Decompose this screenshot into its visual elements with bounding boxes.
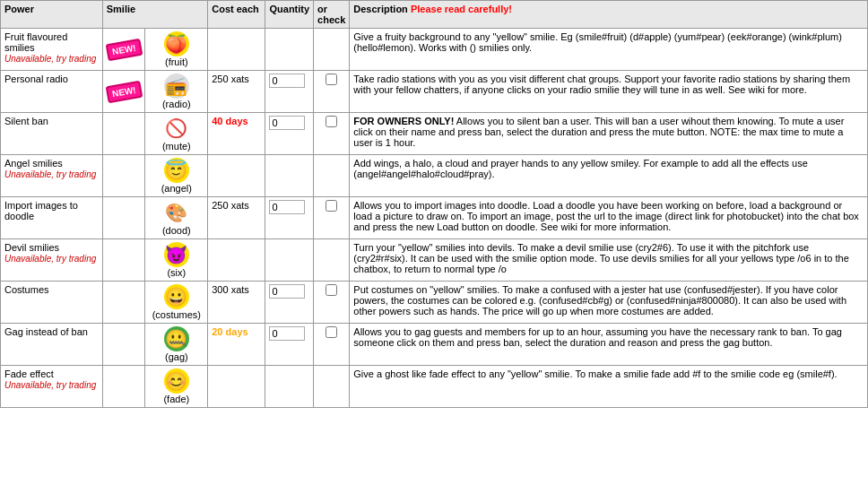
power-cell: Costumes	[1, 282, 103, 324]
desc-bold: FOR OWNERS ONLY!	[353, 116, 454, 126]
table-row: Fruit flavoured smiliesUnavailable, try …	[1, 29, 868, 71]
table-row: Devil smiliesUnavailable, try trading 😈 …	[1, 239, 868, 282]
power-name: Angel smilies	[4, 158, 63, 169]
table-row: Gag instead of ban 🤐 (gag) 20 daysAllows…	[1, 324, 868, 366]
smilie-label: (radio)	[162, 99, 191, 109]
desc-warning: Please read carefully!	[411, 4, 512, 14]
qty-cell	[265, 155, 314, 197]
smilie-icon: 🍑	[164, 31, 189, 56]
check-input[interactable]	[326, 74, 337, 85]
cost-cell	[208, 239, 265, 282]
cost-value: 250 xats	[212, 200, 249, 211]
desc-text: Allows you to import images into doodle.…	[353, 200, 859, 232]
badge-cell: NEW!	[102, 71, 145, 113]
smilie-cell: 😈 (six)	[145, 239, 208, 282]
cost-cell: 300 xats	[208, 282, 265, 324]
cost-cell: 250 xats	[208, 197, 265, 239]
cost-value: 300 xats	[212, 284, 249, 295]
smilie-cell: 🤐 (gag)	[145, 324, 208, 366]
desc-cell: Allows you to import images into doodle.…	[350, 197, 868, 239]
qty-input[interactable]	[269, 200, 305, 214]
desc-text: Put costumes on "yellow" smilies. To mak…	[353, 284, 846, 316]
power-name: Fruit flavoured smilies	[4, 31, 67, 53]
power-name: Fade effect	[4, 368, 54, 379]
power-name: Import images to doodle	[4, 200, 78, 221]
qty-input[interactable]	[269, 116, 305, 130]
check-cell	[314, 113, 350, 155]
table-row: Fade effectUnavailable, try trading 😊 (f…	[1, 366, 868, 408]
table-row: Personal radioNEW! 📻 (radio) 250 xatsTak…	[1, 71, 868, 113]
smilie-cell: 😇 (angel)	[145, 155, 208, 197]
smilie-label: (six)	[167, 267, 186, 278]
smilie-cell: 😀 (costumes)	[145, 282, 208, 324]
new-badge: NEW!	[105, 80, 142, 102]
power-name: Silent ban	[4, 116, 48, 126]
table-row: Import images to doodle 🎨 (dood) 250 xat…	[1, 197, 868, 239]
qty-cell	[265, 71, 314, 113]
smilie-icon: 😇	[164, 158, 189, 183]
header-qty: Quantity	[265, 1, 314, 29]
desc-cell: Turn your "yellow" smilies into devils. …	[350, 239, 868, 282]
power-cell: Gag instead of ban	[1, 324, 103, 366]
smilie-label: (fade)	[163, 394, 189, 404]
check-input[interactable]	[326, 284, 337, 296]
badge-cell	[102, 366, 145, 408]
smilie-label: (fruit)	[165, 56, 188, 67]
smilie-cell: 🚫 (mute)	[145, 113, 208, 155]
power-name: Personal radio	[4, 74, 68, 84]
unavail-text: Unavailable, try trading	[4, 254, 96, 264]
table-row: Angel smiliesUnavailable, try trading 😇 …	[1, 155, 868, 197]
qty-cell	[265, 197, 314, 239]
desc-cell: Allows you to gag guests and members for…	[350, 324, 868, 366]
check-input[interactable]	[326, 116, 337, 127]
desc-cell: Add wings, a halo, a cloud and prayer ha…	[350, 155, 868, 197]
unavail-text: Unavailable, try trading	[4, 380, 96, 390]
smilie-icon: 🚫	[164, 116, 189, 141]
desc-text: Allows you to gag guests and members for…	[353, 326, 842, 348]
cost-cell: 40 days	[208, 113, 265, 155]
desc-text: Give a fruity background to any "yellow"…	[353, 31, 842, 53]
smilie-cell: 🎨 (dood)	[145, 197, 208, 239]
qty-input[interactable]	[269, 326, 305, 341]
power-cell: Personal radio	[1, 71, 103, 113]
desc-text: Add wings, a halo, a cloud and prayer ha…	[353, 158, 808, 179]
check-input[interactable]	[326, 326, 337, 338]
qty-input[interactable]	[269, 74, 305, 88]
desc-text: Take radio stations with you as you visi…	[353, 74, 850, 95]
qty-input[interactable]	[269, 284, 305, 299]
smilie-cell: 📻 (radio)	[145, 71, 208, 113]
badge-cell	[102, 239, 145, 282]
desc-cell: Take radio stations with you as you visi…	[350, 71, 868, 113]
cost-value: 250 xats	[212, 74, 249, 84]
smilie-label: (angel)	[161, 183, 192, 194]
desc-text: Give a ghost like fade effect to any "ye…	[353, 368, 837, 379]
desc-cell: FOR OWNERS ONLY! Allows you to silent ba…	[350, 113, 868, 155]
table-row: Silent ban 🚫 (mute) 40 daysFOR OWNERS ON…	[1, 113, 868, 155]
cost-cell	[208, 29, 265, 71]
check-cell	[314, 71, 350, 113]
unavail-text: Unavailable, try trading	[4, 169, 96, 179]
smilie-icon: 🤐	[164, 326, 189, 351]
cost-days: 20 days	[212, 326, 247, 337]
smilie-icon: 😀	[164, 284, 189, 309]
smilie-label: (costumes)	[152, 309, 201, 320]
cost-cell: 250 xats	[208, 71, 265, 113]
desc-text: Turn your "yellow" smilies into devils. …	[353, 242, 849, 274]
header-cost: Cost each	[208, 1, 265, 29]
power-cell: Fruit flavoured smiliesUnavailable, try …	[1, 29, 103, 71]
power-cell: Fade effectUnavailable, try trading	[1, 366, 103, 408]
cost-cell	[208, 366, 265, 408]
header-smilie: Smilie	[102, 1, 208, 29]
header-power: Power	[1, 1, 103, 29]
power-name: Gag instead of ban	[4, 326, 88, 337]
smilie-icon: 😈	[164, 242, 189, 267]
check-input[interactable]	[326, 200, 337, 212]
badge-cell	[102, 282, 145, 324]
smilie-icon: 📻	[164, 74, 189, 99]
badge-cell	[102, 324, 145, 366]
check-cell	[314, 239, 350, 282]
qty-cell	[265, 113, 314, 155]
smilie-cell: 🍑 (fruit)	[145, 29, 208, 71]
power-name: Costumes	[4, 284, 49, 295]
check-cell	[314, 29, 350, 71]
